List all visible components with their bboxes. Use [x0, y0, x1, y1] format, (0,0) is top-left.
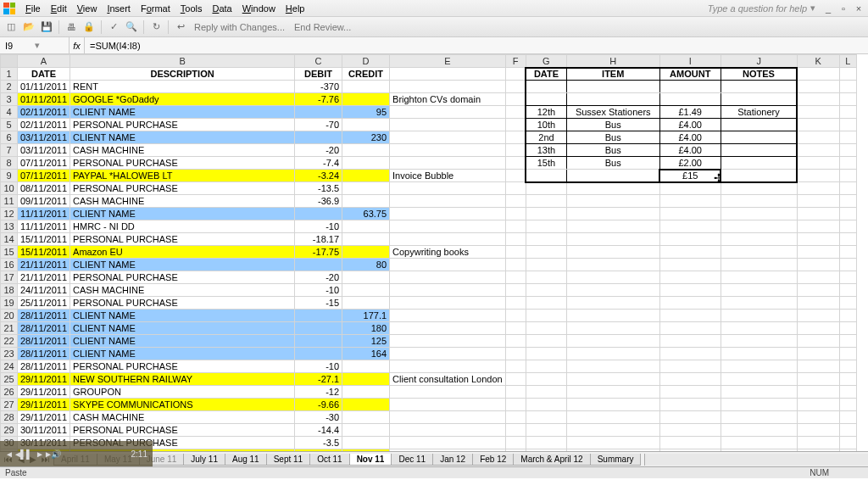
- cell[interactable]: PERSONAL PURCHASE: [70, 271, 295, 284]
- cell[interactable]: 180: [342, 322, 390, 335]
- cell[interactable]: Amazon EU: [70, 246, 295, 259]
- cell[interactable]: 02/11/2011: [18, 106, 70, 119]
- cell[interactable]: [797, 348, 839, 360]
- cell[interactable]: [797, 310, 839, 322]
- cell[interactable]: -370: [295, 81, 342, 93]
- cell[interactable]: -30: [295, 411, 342, 424]
- cell[interactable]: £4.00: [659, 144, 721, 157]
- cell[interactable]: [526, 373, 566, 386]
- cell[interactable]: [526, 297, 566, 310]
- cell[interactable]: [839, 437, 856, 449]
- player-prev-icon[interactable]: ◄◄: [5, 449, 15, 459]
- cell[interactable]: [342, 81, 390, 93]
- cell[interactable]: [390, 81, 506, 93]
- cell[interactable]: -18.17: [295, 233, 342, 246]
- cell[interactable]: [659, 246, 721, 259]
- col-header-F[interactable]: F: [505, 55, 526, 68]
- cell[interactable]: [659, 284, 721, 297]
- cell[interactable]: [839, 271, 856, 284]
- cell[interactable]: [839, 220, 856, 233]
- cell[interactable]: [566, 411, 659, 424]
- menu-help[interactable]: Help: [281, 2, 310, 15]
- cell[interactable]: [721, 322, 797, 335]
- cell[interactable]: [505, 182, 526, 195]
- cell[interactable]: [721, 411, 797, 424]
- row-header-6[interactable]: 6: [1, 131, 18, 144]
- row-header-19[interactable]: 19: [1, 297, 18, 310]
- cell[interactable]: 15/11/2011: [18, 233, 70, 246]
- cell[interactable]: 2nd: [526, 131, 566, 144]
- cell[interactable]: [797, 386, 839, 399]
- cell[interactable]: [839, 208, 856, 220]
- cell[interactable]: 125: [342, 335, 390, 348]
- cell[interactable]: [505, 170, 526, 182]
- col-header-I[interactable]: I: [659, 55, 721, 68]
- cell[interactable]: [526, 170, 566, 182]
- cell[interactable]: CASH MACHINE: [70, 144, 295, 157]
- cell[interactable]: [839, 157, 856, 170]
- cell[interactable]: [839, 399, 856, 411]
- cell[interactable]: [342, 373, 390, 386]
- row-header-8[interactable]: 8: [1, 157, 18, 170]
- cell[interactable]: Invoice Bubble: [390, 170, 506, 182]
- cell[interactable]: [659, 310, 721, 322]
- cell[interactable]: PERSONAL PURCHASE: [70, 297, 295, 310]
- menu-edit[interactable]: Edit: [46, 2, 72, 15]
- row-header-15[interactable]: 15: [1, 246, 18, 259]
- cell[interactable]: [839, 81, 856, 93]
- cell[interactable]: [526, 411, 566, 424]
- row-header-17[interactable]: 17: [1, 271, 18, 284]
- cell[interactable]: [342, 93, 390, 106]
- cell[interactable]: HMRC - NI DD: [70, 220, 295, 233]
- cell[interactable]: 13th: [526, 144, 566, 157]
- cell[interactable]: [839, 246, 856, 259]
- cell[interactable]: [342, 437, 390, 449]
- row-header-24[interactable]: 24: [1, 360, 18, 373]
- cell[interactable]: [505, 233, 526, 246]
- cell[interactable]: PERSONAL PURCHASE: [70, 360, 295, 373]
- cell[interactable]: 08/11/2011: [18, 182, 70, 195]
- cell[interactable]: £4.00: [659, 119, 721, 131]
- cell[interactable]: 80: [342, 259, 390, 271]
- cell[interactable]: [342, 182, 390, 195]
- spelling-icon[interactable]: ✓: [106, 20, 121, 35]
- sheet-tab[interactable]: Feb 12: [472, 454, 514, 466]
- cell[interactable]: [659, 81, 721, 93]
- cell[interactable]: -10: [295, 360, 342, 373]
- cell[interactable]: [390, 182, 506, 195]
- cell[interactable]: -17.75: [295, 246, 342, 259]
- cell[interactable]: [659, 271, 721, 284]
- cell[interactable]: [342, 195, 390, 208]
- cell[interactable]: [505, 386, 526, 399]
- cell[interactable]: PERSONAL PURCHASE: [70, 182, 295, 195]
- research-icon[interactable]: 🔍: [124, 20, 139, 35]
- cell[interactable]: [721, 119, 797, 131]
- cell[interactable]: 29/11/2011: [18, 411, 70, 424]
- cell[interactable]: -20: [295, 144, 342, 157]
- cell[interactable]: [505, 322, 526, 335]
- cell[interactable]: [566, 195, 659, 208]
- cell[interactable]: [721, 271, 797, 284]
- cell[interactable]: 21/11/2011: [18, 271, 70, 284]
- cell[interactable]: 02/11/2011: [18, 119, 70, 131]
- cell[interactable]: [566, 437, 659, 449]
- cell[interactable]: 01/11/2011: [18, 93, 70, 106]
- cell[interactable]: [566, 93, 659, 106]
- cell[interactable]: CREDIT: [342, 68, 390, 81]
- cell[interactable]: 03/11/2011: [18, 144, 70, 157]
- cell[interactable]: 07/11/2011: [18, 170, 70, 182]
- cell[interactable]: Bus: [566, 131, 659, 144]
- cell[interactable]: [390, 424, 506, 437]
- cell[interactable]: [839, 119, 856, 131]
- cell[interactable]: [659, 297, 721, 310]
- cell[interactable]: [797, 271, 839, 284]
- cell[interactable]: [566, 322, 659, 335]
- cell[interactable]: [797, 68, 839, 81]
- active-cell[interactable]: £15✢: [659, 170, 721, 182]
- cell[interactable]: [721, 208, 797, 220]
- cell[interactable]: SKYPE COMMUNICATIONS: [70, 399, 295, 411]
- cell[interactable]: DATE: [526, 68, 566, 81]
- cell[interactable]: [797, 259, 839, 271]
- cell[interactable]: [342, 119, 390, 131]
- cell[interactable]: [526, 246, 566, 259]
